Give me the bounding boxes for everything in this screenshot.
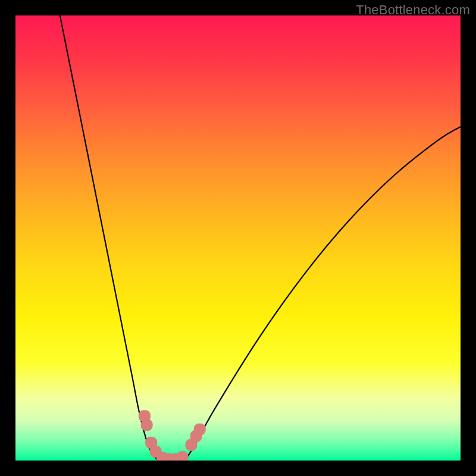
data-marker [141, 419, 152, 431]
left-curve [60, 15, 158, 461]
right-curve [184, 127, 461, 461]
data-marker [156, 452, 168, 461]
data-marker [177, 452, 188, 461]
plot-area [15, 15, 461, 461]
data-marker [150, 446, 161, 458]
data-marker [139, 411, 150, 422]
data-marker [164, 453, 175, 461]
data-marker [194, 424, 205, 435]
data-marker [146, 437, 157, 449]
data-marker [170, 453, 181, 461]
bottleneck-curve [15, 15, 461, 461]
watermark-text: TheBottleneck.com [356, 2, 470, 18]
chart-frame: TheBottleneck.com [0, 0, 476, 476]
data-marker [186, 439, 197, 450]
data-marker [190, 430, 202, 441]
